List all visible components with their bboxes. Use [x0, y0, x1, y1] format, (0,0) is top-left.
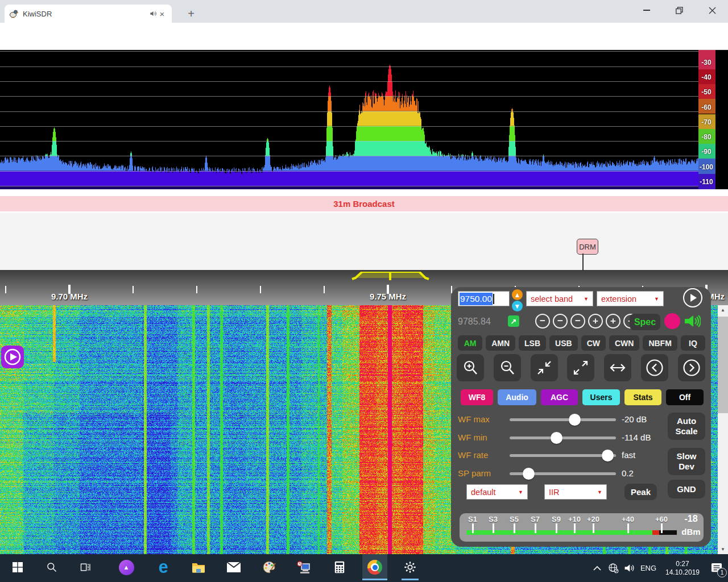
taskbar-search-button[interactable]	[39, 554, 64, 580]
file-explorer-button[interactable]	[186, 554, 211, 580]
mode-button-iq[interactable]: IQ	[681, 335, 705, 351]
left-right-arrow-icon	[609, 359, 626, 376]
tray-expand-button[interactable]	[589, 554, 605, 582]
mode-button-amn[interactable]: AMN	[486, 335, 515, 351]
frequency-input[interactable]: 9750.00	[458, 291, 510, 306]
browser-tab-kiwisdr[interactable]: KiwiSDR ×	[5, 5, 172, 23]
page-scrollbar[interactable]: ▲ ▼	[718, 305, 728, 554]
wf-min-slider-thumb[interactable]	[551, 432, 562, 444]
new-tab-button[interactable]: +	[183, 6, 199, 22]
spectrum-gridline	[0, 96, 698, 97]
band-bar[interactable]: 31m Broadcast	[0, 196, 728, 211]
spectrum-display[interactable]: -30-40-50-60-70-80-90-100-110	[0, 50, 728, 189]
chrome-taskbar-button[interactable]	[362, 554, 387, 580]
page-up-button[interactable]	[678, 354, 705, 381]
clock[interactable]: 0:27 14.10.2019	[660, 560, 705, 577]
mail-button[interactable]	[221, 554, 246, 580]
wf-rate-slider[interactable]	[510, 454, 616, 457]
language-indicator[interactable]: ENG	[637, 564, 660, 572]
audio-play-overlay[interactable]	[1, 346, 24, 368]
settings-taskbar-button[interactable]	[398, 554, 423, 580]
zoom-in-2-button[interactable]: +	[606, 314, 621, 329]
scroll-down-icon[interactable]: ▼	[718, 544, 728, 554]
peak-button[interactable]: Peak	[624, 484, 657, 500]
page-down-button[interactable]	[641, 354, 668, 381]
view-button-audio[interactable]: Audio	[498, 389, 536, 405]
spectrum-canvas[interactable]	[0, 50, 728, 189]
spec-toggle-button[interactable]: Spec	[630, 314, 660, 330]
sp-parm-slider-thumb[interactable]	[523, 468, 535, 480]
spectrum-shift-button[interactable]	[604, 354, 631, 381]
scrollbar-thumb[interactable]	[718, 317, 728, 413]
volume-button[interactable]	[621, 554, 637, 582]
start-button[interactable]	[5, 554, 30, 580]
drm-station-flag[interactable]: DRM	[577, 239, 598, 255]
view-button-users[interactable]: Users	[582, 389, 620, 405]
window-restore-button[interactable]	[666, 0, 692, 20]
action-center-button[interactable]: 1	[705, 554, 728, 582]
auto-scale-button[interactable]: Auto Scale	[668, 413, 705, 440]
s-meter-scale-label: S3	[483, 515, 503, 523]
mode-button-cwn[interactable]: CWN	[609, 335, 639, 351]
record-button[interactable]	[664, 313, 680, 329]
zoom-in-1-button[interactable]: +	[588, 314, 603, 329]
alice-assistant-button[interactable]: ▲	[114, 554, 139, 580]
sp-parm-slider[interactable]	[510, 472, 616, 475]
window-minimize-button[interactable]	[634, 0, 660, 20]
network-status-button[interactable]	[605, 554, 621, 582]
task-view-button[interactable]	[73, 554, 98, 580]
scroll-up-icon[interactable]: ▲	[718, 305, 728, 315]
s-meter-bar	[466, 530, 677, 535]
paint-button[interactable]	[257, 554, 282, 580]
zoom-out-1-button[interactable]: −	[535, 314, 550, 329]
s-meter-scale-label: +40	[618, 515, 638, 523]
edge-button[interactable]: e	[151, 554, 176, 580]
panel-play-button[interactable]	[683, 288, 702, 307]
window-close-button[interactable]	[699, 0, 725, 20]
spectrum-gridline	[0, 156, 698, 156]
wf-max-slider-thumb[interactable]	[569, 414, 581, 426]
passband-marker[interactable]	[341, 272, 444, 288]
zoom-out-button[interactable]	[494, 354, 521, 381]
frequency-down-button[interactable]: ▼	[512, 301, 523, 311]
mute-speaker-icon[interactable]	[684, 313, 701, 329]
mode-button-usb[interactable]: USB	[549, 335, 578, 351]
wf-max-slider[interactable]	[510, 418, 616, 421]
external-link-icon[interactable]: ↗	[508, 315, 519, 327]
mode-button-am[interactable]: AM	[458, 335, 482, 351]
slow-dev-button[interactable]: Slow Dev	[668, 448, 705, 475]
view-button-agc[interactable]: AGC	[541, 389, 578, 405]
mode-button-nbfm[interactable]: NBFM	[643, 335, 677, 351]
db-scale-label: -90	[694, 148, 719, 156]
zoom-out-2-button[interactable]: −	[553, 314, 568, 329]
tab-audio-icon[interactable]	[149, 10, 157, 18]
frequency-up-button[interactable]: ▲	[512, 289, 523, 300]
tuned-frequency-readout: 9785.84	[458, 317, 491, 327]
wf-rate-slider-thumb[interactable]	[602, 450, 614, 462]
zoom-in-button[interactable]	[457, 354, 484, 381]
mail-icon	[227, 562, 241, 572]
mode-button-lsb[interactable]: LSB	[519, 335, 546, 351]
view-button-wf8[interactable]: WF8	[461, 389, 493, 405]
filter-dropdown[interactable]: IIR▼	[544, 484, 607, 500]
legacy-app-button[interactable]	[292, 554, 317, 580]
zoom-to-band-button[interactable]	[531, 354, 558, 381]
extension-dropdown[interactable]: extension▼	[597, 291, 664, 306]
close-icon	[709, 7, 716, 14]
frequency-input-value: 9750.00	[460, 293, 493, 305]
tab-close-icon[interactable]: ×	[157, 9, 167, 19]
wf-min-slider[interactable]	[510, 436, 616, 439]
gnd-button[interactable]: GND	[668, 480, 705, 498]
view-button-off[interactable]: Off	[666, 389, 704, 405]
mode-button-cw[interactable]: CW	[581, 335, 606, 351]
zoom-out-3-button[interactable]: −	[570, 314, 585, 329]
calculator-button[interactable]	[327, 554, 352, 580]
zoom-max-out-button[interactable]	[567, 354, 594, 381]
s-meter-tick	[472, 523, 474, 533]
s-meter-scale-label: +10	[565, 515, 584, 523]
select-band-dropdown[interactable]: select band▼	[526, 291, 593, 306]
view-button-stats[interactable]: Stats	[624, 389, 661, 405]
colormap-dropdown[interactable]: default▼	[466, 484, 528, 500]
control-panel: 9750.00 ▲ ▼ select band▼ extension▼ 9785…	[451, 287, 711, 547]
tab-title: KiwiSDR	[23, 10, 149, 18]
